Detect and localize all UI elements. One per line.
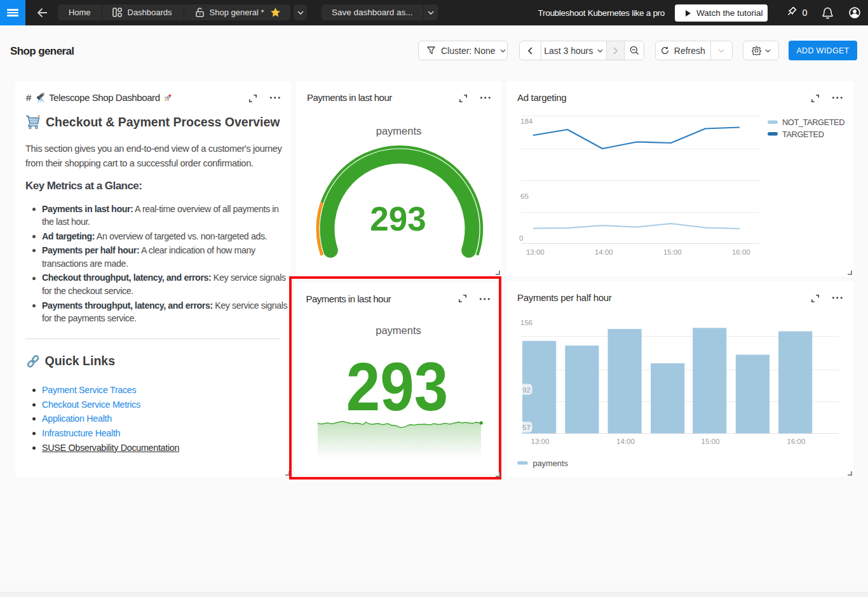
svg-text:15:00: 15:00 <box>702 438 720 445</box>
svg-text:payments: payments <box>532 459 567 468</box>
svg-text:16:00: 16:00 <box>732 248 750 256</box>
svg-text:65: 65 <box>520 192 529 200</box>
svg-text:15:00: 15:00 <box>663 248 682 256</box>
svg-text:156: 156 <box>520 319 532 326</box>
svg-text:13:00: 13:00 <box>526 248 545 256</box>
svg-text:TARGETED: TARGETED <box>782 130 824 139</box>
svg-text:13:00: 13:00 <box>531 438 550 445</box>
svg-text:16:00: 16:00 <box>787 438 806 445</box>
svg-text:57: 57 <box>522 424 531 431</box>
svg-text:184: 184 <box>520 117 533 125</box>
svg-text:92: 92 <box>522 386 531 394</box>
svg-text:14:00: 14:00 <box>595 248 613 256</box>
svg-text:NOT_TARGETED: NOT_TARGETED <box>782 117 844 127</box>
svg-text:0: 0 <box>519 234 523 242</box>
svg-text:14:00: 14:00 <box>616 438 635 445</box>
